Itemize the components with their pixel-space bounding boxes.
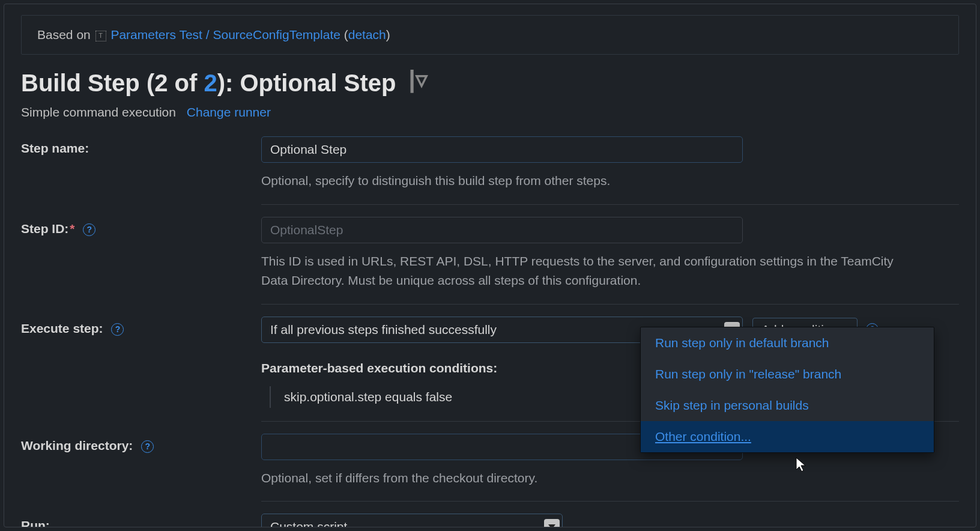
- step-reorder-icon[interactable]: |▿: [409, 65, 428, 93]
- step-name-input[interactable]: [261, 136, 743, 163]
- step-id-hint: This ID is used in URLs, REST API, DSL, …: [261, 252, 910, 291]
- dropdown-item-default-branch[interactable]: Run step only in default branch: [641, 327, 934, 359]
- page-title: Build Step (2 of 2): Optional Step |▿: [21, 65, 959, 97]
- template-banner: Based on T Parameters Test / SourceConfi…: [21, 15, 959, 55]
- divider: [261, 501, 959, 502]
- dropdown-item-release-branch[interactable]: Run step only in "release" branch: [641, 359, 934, 390]
- runner-subline: Simple command execution Change runner: [21, 105, 959, 120]
- execute-step-label: Execute step: ?: [21, 317, 261, 336]
- runner-description: Simple command execution: [21, 105, 176, 119]
- chevron-down-icon: [544, 519, 560, 527]
- step-id-label: Step ID:* ?: [21, 217, 261, 236]
- working-dir-hint: Optional, set if differs from the checko…: [261, 469, 910, 488]
- step-name-hint: Optional, specify to distinguish this bu…: [261, 171, 910, 191]
- step-id-input: [261, 217, 743, 243]
- dropdown-item-other[interactable]: Other condition...: [641, 421, 934, 452]
- run-label: Run:: [21, 514, 261, 527]
- detach-link[interactable]: detach: [348, 28, 386, 41]
- template-icon: T: [95, 31, 106, 41]
- svg-marker-1: [548, 524, 555, 527]
- dropdown-item-skip-personal[interactable]: Skip step in personal builds: [641, 390, 934, 421]
- help-icon[interactable]: ?: [141, 440, 154, 453]
- divider: [261, 304, 959, 305]
- run-select[interactable]: Custom script: [261, 514, 563, 527]
- add-condition-dropdown: Run step only in default branch Run step…: [640, 327, 934, 453]
- working-dir-label: Working directory: ?: [21, 434, 261, 453]
- help-icon[interactable]: ?: [83, 223, 95, 236]
- step-name-label: Step name:: [21, 136, 261, 156]
- template-link[interactable]: Parameters Test / SourceConfigTemplate: [110, 28, 340, 41]
- cursor-icon: [794, 457, 808, 473]
- divider: [261, 204, 959, 205]
- change-runner-link[interactable]: Change runner: [187, 105, 271, 119]
- help-icon[interactable]: ?: [111, 323, 124, 336]
- based-on-label: Based on: [37, 28, 91, 41]
